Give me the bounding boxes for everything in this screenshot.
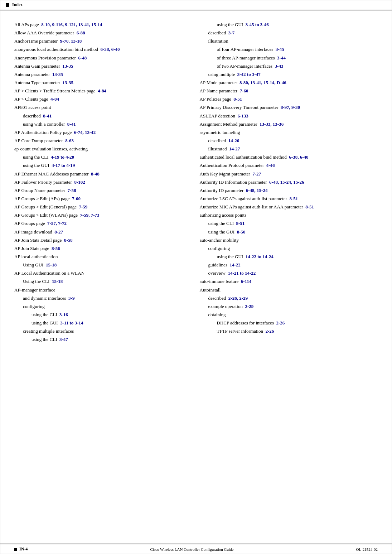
page-border (0, 0, 392, 554)
footer-page-left: IN-4 (19, 546, 28, 552)
footer-page-right: OL-21524-02 (356, 547, 378, 551)
footer-title: Cisco Wireless LAN Controller Configurat… (150, 547, 233, 551)
page-footer: IN-4 Cisco Wireless LAN Controller Confi… (0, 544, 392, 554)
footer-icon (14, 548, 17, 551)
footer-left: IN-4 (14, 546, 28, 552)
